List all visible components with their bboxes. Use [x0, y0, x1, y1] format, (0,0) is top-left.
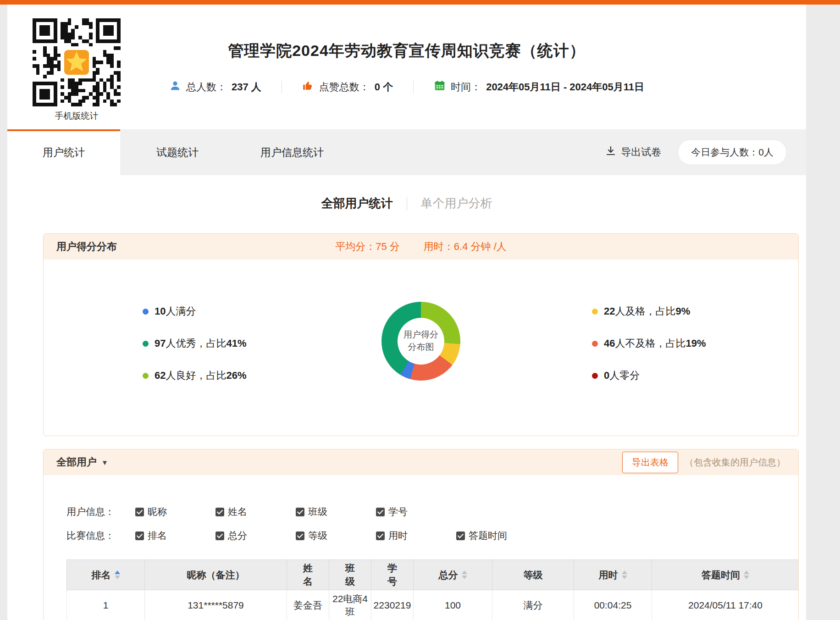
checkbox-checked[interactable] — [216, 508, 224, 516]
users-card-header: 全部用户 ▼ 导出表格 （包含收集的用户信息） — [44, 449, 798, 475]
average-time: 用时：6.4 分钟 /人 — [424, 240, 507, 254]
col-name: 姓名 — [287, 560, 329, 590]
checkbox-checked[interactable] — [216, 531, 224, 540]
filter-answer-time[interactable]: 答题时间 — [456, 529, 536, 542]
sub-tabbar: 全部用户统计 单个用户分析 — [7, 195, 806, 211]
stat-likes: 点赞总数： 0 个 — [282, 80, 413, 94]
filter-class[interactable]: 班级 — [296, 505, 376, 518]
export-paper-button[interactable]: 导出试卷 — [605, 145, 661, 159]
score-donut: 用户得分 分布图 — [381, 302, 460, 381]
cell-name: 姜金吾 — [287, 590, 329, 620]
export-table-note: （包含收集的用户信息） — [685, 456, 785, 469]
checkbox-checked[interactable] — [135, 508, 144, 516]
cell-answer-time: 2024/05/11 17:40 — [652, 590, 799, 620]
legend-right: 22人及格，占比9% 46人不及格，占比19% 0人零分 — [592, 304, 706, 382]
checkbox-checked[interactable] — [296, 531, 304, 540]
col-class: 班级 — [329, 560, 371, 590]
qr-block: 手机版统计 — [33, 18, 121, 122]
match-info-filter-row: 比赛信息： 排名 总分 等级 用时 — [66, 529, 798, 542]
filter-nickname[interactable]: 昵称 — [135, 505, 216, 518]
main-content: 全部用户统计 单个用户分析 用户得分分布 平均分：75 分 用时：6.4 分钟 … — [7, 175, 806, 620]
col-student-id: 学号 — [371, 560, 414, 590]
legend-item-good: 62人良好，占比26% — [143, 369, 247, 382]
average-score: 平均分：75 分 — [335, 240, 400, 254]
users-table: 排名 昵称（备注） 姓名 班级 — [66, 559, 799, 620]
checkbox-checked[interactable] — [376, 531, 385, 540]
filter-time-used[interactable]: 用时 — [376, 529, 456, 542]
users-card-body: 用户信息： 昵称 姓名 班级 学号 — [44, 475, 798, 620]
tab-user-stats[interactable]: 用户统计 — [7, 129, 120, 175]
filter-grade[interactable]: 等级 — [296, 529, 376, 542]
checkbox-checked[interactable] — [135, 531, 144, 540]
tab-userinfo-stats[interactable]: 用户信息统计 — [235, 129, 349, 175]
tab-question-stats[interactable]: 试题统计 — [120, 129, 235, 175]
checkbox-checked[interactable] — [456, 531, 465, 540]
col-grade: 等级 — [492, 560, 574, 590]
sort-icon[interactable] — [744, 570, 749, 579]
legend-item-excellent: 97人优秀，占比41% — [143, 337, 247, 350]
match-info-filter-label: 比赛信息： — [66, 529, 135, 542]
all-users-card: 全部用户 ▼ 导出表格 （包含收集的用户信息） 用户信息： 昵称 — [43, 449, 799, 620]
checkbox-checked[interactable] — [376, 508, 385, 516]
stat-value: 2024年05月11日 - 2024年05月11日 — [486, 80, 644, 94]
header-stats: 总人数： 237 人 点赞总数： 0 个 时间： 2024年05月11日 - 2… — [7, 80, 806, 94]
sort-icon[interactable] — [115, 570, 120, 579]
checkbox-checked[interactable] — [296, 508, 304, 516]
chevron-down-icon: ▼ — [101, 459, 108, 466]
page-header: 手机版统计 管理学院2024年劳动教育宣传周知识竞赛（统计） 总人数： 237 … — [7, 5, 806, 129]
sort-icon[interactable] — [622, 570, 627, 579]
score-distribution-card: 用户得分分布 平均分：75 分 用时：6.4 分钟 /人 10人满分 — [43, 233, 799, 436]
col-rank[interactable]: 排名 — [67, 560, 145, 590]
legend-item-full-score: 10人满分 — [143, 304, 247, 318]
person-icon — [169, 80, 181, 94]
users-card-title[interactable]: 全部用户 ▼ — [56, 455, 108, 469]
table-row: 1 131*****5879 姜金吾 22电商4班 2230219 100 满分… — [67, 590, 799, 620]
cell-nickname: 131*****5879 — [145, 590, 287, 620]
legend-dot — [143, 341, 149, 347]
cell-total-score: 100 — [414, 590, 492, 620]
score-card-summary: 平均分：75 分 用时：6.4 分钟 /人 — [335, 240, 507, 254]
calendar-icon — [434, 80, 446, 94]
col-total-score[interactable]: 总分 — [414, 560, 492, 590]
cell-time-used: 00:04:25 — [574, 590, 652, 620]
filter-name[interactable]: 姓名 — [216, 505, 296, 518]
legend-dot — [143, 373, 149, 379]
filter-student-id[interactable]: 学号 — [376, 505, 456, 518]
stat-total-users: 总人数： 237 人 — [149, 80, 282, 94]
subtab-all-users[interactable]: 全部用户统计 — [308, 195, 407, 211]
cell-class: 22电商4班 — [329, 590, 371, 620]
col-time-used[interactable]: 用时 — [574, 560, 652, 590]
legend-item-pass: 22人及格，占比9% — [592, 304, 706, 318]
col-answer-time[interactable]: 答题时间 — [652, 560, 799, 590]
legend-left: 10人满分 97人优秀，占比41% 62人良好，占比26% — [143, 304, 247, 382]
qr-caption: 手机版统计 — [33, 110, 121, 122]
cell-rank: 1 — [67, 590, 145, 620]
stat-value: 0 个 — [375, 80, 393, 94]
filter-total-score[interactable]: 总分 — [216, 529, 296, 542]
sort-icon[interactable] — [462, 570, 467, 579]
main-tabbar: 用户统计 试题统计 用户信息统计 导出试卷 今日参与人数：0人 — [7, 129, 806, 175]
stat-value: 237 人 — [232, 80, 261, 94]
score-donut-label: 用户得分 分布图 — [398, 318, 444, 365]
filter-rank[interactable]: 排名 — [135, 529, 216, 542]
stat-time-range: 时间： 2024年05月11日 - 2024年05月11日 — [414, 80, 664, 94]
thumbup-icon — [302, 80, 314, 94]
cell-grade: 满分 — [492, 590, 574, 620]
export-table-button[interactable]: 导出表格 — [622, 452, 678, 473]
legend-dot — [592, 373, 598, 379]
app-container: 手机版统计 管理学院2024年劳动教育宣传周知识竞赛（统计） 总人数： 237 … — [7, 5, 806, 620]
tabbar-right: 导出试卷 今日参与人数：0人 — [605, 129, 806, 175]
score-card-body: 10人满分 97人优秀，占比41% 62人良好，占比26% 用户得分 分布图 — [44, 260, 798, 436]
qr-code-image — [33, 18, 121, 106]
user-info-filter-label: 用户信息： — [66, 505, 135, 518]
subtab-single-user[interactable]: 单个用户分析 — [407, 195, 506, 211]
users-header-right: 导出表格 （包含收集的用户信息） — [622, 452, 785, 473]
score-card-title: 用户得分分布 — [56, 240, 117, 254]
legend-dot — [592, 309, 598, 315]
today-participants-badge: 今日参与人数：0人 — [678, 139, 787, 165]
legend-dot — [592, 341, 598, 347]
top-accent-bar — [0, 0, 840, 5]
score-card-header: 用户得分分布 平均分：75 分 用时：6.4 分钟 /人 — [44, 234, 798, 260]
cell-student-id: 2230219 — [371, 590, 414, 620]
legend-item-zero: 0人零分 — [592, 369, 706, 382]
